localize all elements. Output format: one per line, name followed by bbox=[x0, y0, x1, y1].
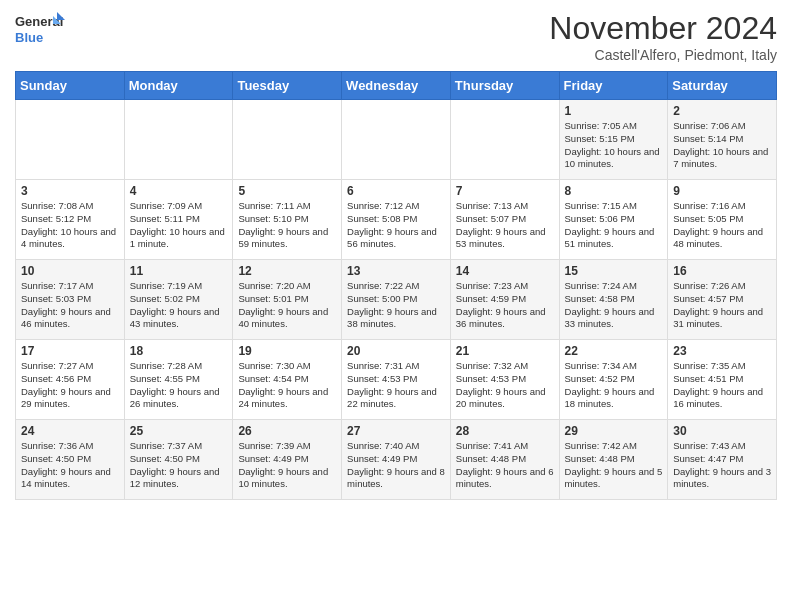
calendar-header: SundayMondayTuesdayWednesdayThursdayFrid… bbox=[16, 72, 777, 100]
calendar-cell: 19Sunrise: 7:30 AM Sunset: 4:54 PM Dayli… bbox=[233, 340, 342, 420]
calendar-cell: 17Sunrise: 7:27 AM Sunset: 4:56 PM Dayli… bbox=[16, 340, 125, 420]
day-number: 27 bbox=[347, 424, 445, 438]
day-info: Sunrise: 7:31 AM Sunset: 4:53 PM Dayligh… bbox=[347, 360, 445, 411]
day-info: Sunrise: 7:09 AM Sunset: 5:11 PM Dayligh… bbox=[130, 200, 228, 251]
day-number: 4 bbox=[130, 184, 228, 198]
calendar-cell: 12Sunrise: 7:20 AM Sunset: 5:01 PM Dayli… bbox=[233, 260, 342, 340]
day-info: Sunrise: 7:15 AM Sunset: 5:06 PM Dayligh… bbox=[565, 200, 663, 251]
day-number: 9 bbox=[673, 184, 771, 198]
day-number: 22 bbox=[565, 344, 663, 358]
day-info: Sunrise: 7:22 AM Sunset: 5:00 PM Dayligh… bbox=[347, 280, 445, 331]
day-number: 2 bbox=[673, 104, 771, 118]
calendar-cell: 26Sunrise: 7:39 AM Sunset: 4:49 PM Dayli… bbox=[233, 420, 342, 500]
calendar-cell bbox=[450, 100, 559, 180]
day-number: 21 bbox=[456, 344, 554, 358]
calendar-cell: 10Sunrise: 7:17 AM Sunset: 5:03 PM Dayli… bbox=[16, 260, 125, 340]
calendar-cell: 27Sunrise: 7:40 AM Sunset: 4:49 PM Dayli… bbox=[342, 420, 451, 500]
calendar-cell: 9Sunrise: 7:16 AM Sunset: 5:05 PM Daylig… bbox=[668, 180, 777, 260]
calendar-cell: 23Sunrise: 7:35 AM Sunset: 4:51 PM Dayli… bbox=[668, 340, 777, 420]
weekday-header-thursday: Thursday bbox=[450, 72, 559, 100]
day-number: 15 bbox=[565, 264, 663, 278]
calendar-cell: 4Sunrise: 7:09 AM Sunset: 5:11 PM Daylig… bbox=[124, 180, 233, 260]
calendar-cell: 1Sunrise: 7:05 AM Sunset: 5:15 PM Daylig… bbox=[559, 100, 668, 180]
day-number: 5 bbox=[238, 184, 336, 198]
day-info: Sunrise: 7:12 AM Sunset: 5:08 PM Dayligh… bbox=[347, 200, 445, 251]
day-info: Sunrise: 7:20 AM Sunset: 5:01 PM Dayligh… bbox=[238, 280, 336, 331]
day-info: Sunrise: 7:35 AM Sunset: 4:51 PM Dayligh… bbox=[673, 360, 771, 411]
day-info: Sunrise: 7:34 AM Sunset: 4:52 PM Dayligh… bbox=[565, 360, 663, 411]
day-number: 3 bbox=[21, 184, 119, 198]
calendar-cell: 15Sunrise: 7:24 AM Sunset: 4:58 PM Dayli… bbox=[559, 260, 668, 340]
calendar-subtitle: Castell'Alfero, Piedmont, Italy bbox=[549, 47, 777, 63]
day-info: Sunrise: 7:27 AM Sunset: 4:56 PM Dayligh… bbox=[21, 360, 119, 411]
svg-text:Blue: Blue bbox=[15, 30, 43, 45]
day-number: 29 bbox=[565, 424, 663, 438]
day-info: Sunrise: 7:32 AM Sunset: 4:53 PM Dayligh… bbox=[456, 360, 554, 411]
calendar-cell: 29Sunrise: 7:42 AM Sunset: 4:48 PM Dayli… bbox=[559, 420, 668, 500]
day-info: Sunrise: 7:11 AM Sunset: 5:10 PM Dayligh… bbox=[238, 200, 336, 251]
day-info: Sunrise: 7:42 AM Sunset: 4:48 PM Dayligh… bbox=[565, 440, 663, 491]
weekday-header-sunday: Sunday bbox=[16, 72, 125, 100]
day-info: Sunrise: 7:16 AM Sunset: 5:05 PM Dayligh… bbox=[673, 200, 771, 251]
day-number: 1 bbox=[565, 104, 663, 118]
calendar-cell: 25Sunrise: 7:37 AM Sunset: 4:50 PM Dayli… bbox=[124, 420, 233, 500]
calendar-cell bbox=[124, 100, 233, 180]
weekday-header-monday: Monday bbox=[124, 72, 233, 100]
day-info: Sunrise: 7:08 AM Sunset: 5:12 PM Dayligh… bbox=[21, 200, 119, 251]
calendar-cell: 6Sunrise: 7:12 AM Sunset: 5:08 PM Daylig… bbox=[342, 180, 451, 260]
day-number: 11 bbox=[130, 264, 228, 278]
weekday-header-friday: Friday bbox=[559, 72, 668, 100]
weekday-header-row: SundayMondayTuesdayWednesdayThursdayFrid… bbox=[16, 72, 777, 100]
day-number: 12 bbox=[238, 264, 336, 278]
day-number: 10 bbox=[21, 264, 119, 278]
calendar-cell: 3Sunrise: 7:08 AM Sunset: 5:12 PM Daylig… bbox=[16, 180, 125, 260]
day-info: Sunrise: 7:36 AM Sunset: 4:50 PM Dayligh… bbox=[21, 440, 119, 491]
day-info: Sunrise: 7:13 AM Sunset: 5:07 PM Dayligh… bbox=[456, 200, 554, 251]
day-info: Sunrise: 7:30 AM Sunset: 4:54 PM Dayligh… bbox=[238, 360, 336, 411]
calendar-cell bbox=[342, 100, 451, 180]
day-info: Sunrise: 7:17 AM Sunset: 5:03 PM Dayligh… bbox=[21, 280, 119, 331]
day-number: 16 bbox=[673, 264, 771, 278]
day-number: 25 bbox=[130, 424, 228, 438]
day-number: 24 bbox=[21, 424, 119, 438]
day-number: 28 bbox=[456, 424, 554, 438]
calendar-cell: 14Sunrise: 7:23 AM Sunset: 4:59 PM Dayli… bbox=[450, 260, 559, 340]
calendar-cell: 22Sunrise: 7:34 AM Sunset: 4:52 PM Dayli… bbox=[559, 340, 668, 420]
calendar-week-row: 10Sunrise: 7:17 AM Sunset: 5:03 PM Dayli… bbox=[16, 260, 777, 340]
day-number: 17 bbox=[21, 344, 119, 358]
calendar-cell: 20Sunrise: 7:31 AM Sunset: 4:53 PM Dayli… bbox=[342, 340, 451, 420]
calendar-cell: 13Sunrise: 7:22 AM Sunset: 5:00 PM Dayli… bbox=[342, 260, 451, 340]
calendar-cell: 5Sunrise: 7:11 AM Sunset: 5:10 PM Daylig… bbox=[233, 180, 342, 260]
day-info: Sunrise: 7:05 AM Sunset: 5:15 PM Dayligh… bbox=[565, 120, 663, 171]
calendar-cell: 21Sunrise: 7:32 AM Sunset: 4:53 PM Dayli… bbox=[450, 340, 559, 420]
calendar-week-row: 1Sunrise: 7:05 AM Sunset: 5:15 PM Daylig… bbox=[16, 100, 777, 180]
day-number: 18 bbox=[130, 344, 228, 358]
day-info: Sunrise: 7:26 AM Sunset: 4:57 PM Dayligh… bbox=[673, 280, 771, 331]
day-number: 8 bbox=[565, 184, 663, 198]
calendar-body: 1Sunrise: 7:05 AM Sunset: 5:15 PM Daylig… bbox=[16, 100, 777, 500]
calendar-cell: 7Sunrise: 7:13 AM Sunset: 5:07 PM Daylig… bbox=[450, 180, 559, 260]
day-info: Sunrise: 7:24 AM Sunset: 4:58 PM Dayligh… bbox=[565, 280, 663, 331]
day-info: Sunrise: 7:06 AM Sunset: 5:14 PM Dayligh… bbox=[673, 120, 771, 171]
calendar-table: SundayMondayTuesdayWednesdayThursdayFrid… bbox=[15, 71, 777, 500]
calendar-week-row: 17Sunrise: 7:27 AM Sunset: 4:56 PM Dayli… bbox=[16, 340, 777, 420]
weekday-header-wednesday: Wednesday bbox=[342, 72, 451, 100]
calendar-cell: 11Sunrise: 7:19 AM Sunset: 5:02 PM Dayli… bbox=[124, 260, 233, 340]
calendar-week-row: 3Sunrise: 7:08 AM Sunset: 5:12 PM Daylig… bbox=[16, 180, 777, 260]
calendar-cell: 8Sunrise: 7:15 AM Sunset: 5:06 PM Daylig… bbox=[559, 180, 668, 260]
day-number: 20 bbox=[347, 344, 445, 358]
calendar-cell: 30Sunrise: 7:43 AM Sunset: 4:47 PM Dayli… bbox=[668, 420, 777, 500]
header: General Blue November 2024 Castell'Alfer… bbox=[15, 10, 777, 63]
day-info: Sunrise: 7:19 AM Sunset: 5:02 PM Dayligh… bbox=[130, 280, 228, 331]
calendar-cell bbox=[16, 100, 125, 180]
calendar-cell: 18Sunrise: 7:28 AM Sunset: 4:55 PM Dayli… bbox=[124, 340, 233, 420]
day-number: 30 bbox=[673, 424, 771, 438]
day-number: 19 bbox=[238, 344, 336, 358]
calendar-cell: 2Sunrise: 7:06 AM Sunset: 5:14 PM Daylig… bbox=[668, 100, 777, 180]
day-number: 14 bbox=[456, 264, 554, 278]
weekday-header-tuesday: Tuesday bbox=[233, 72, 342, 100]
calendar-cell: 16Sunrise: 7:26 AM Sunset: 4:57 PM Dayli… bbox=[668, 260, 777, 340]
logo: General Blue bbox=[15, 10, 65, 55]
logo-svg: General Blue bbox=[15, 10, 65, 55]
calendar-cell bbox=[233, 100, 342, 180]
